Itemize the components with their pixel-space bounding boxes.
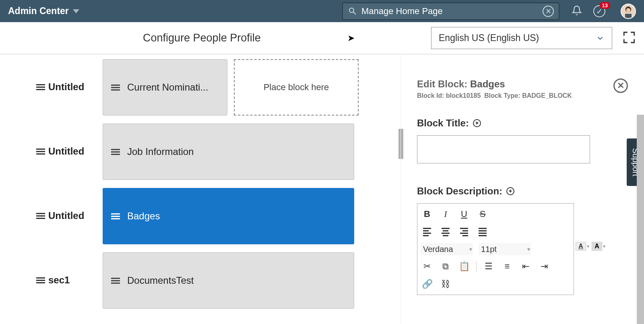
block-label: DocumentsTest: [127, 275, 194, 286]
align-left-button[interactable]: [421, 225, 433, 238]
globe-icon[interactable]: ✦: [473, 119, 481, 127]
profile-block[interactable]: Job Information: [103, 124, 354, 180]
close-panel-button[interactable]: ✕: [613, 78, 628, 93]
notification-badge: 13: [600, 2, 610, 9]
align-right-button[interactable]: [458, 225, 471, 238]
section-drag-handle[interactable]: Untitled: [36, 146, 103, 157]
block-type-value: BADGE_BLOCK: [522, 92, 572, 99]
font-size-select[interactable]: 11pt: [479, 243, 531, 255]
font-color-button[interactable]: A▾: [576, 242, 589, 251]
section-name: Untitled: [48, 146, 84, 157]
outdent-button[interactable]: ⇤: [519, 260, 532, 273]
blocks-container: DocumentsTest: [103, 252, 354, 309]
status-icon[interactable]: ✓ 13: [593, 5, 605, 17]
language-value: English US (English US): [439, 33, 539, 43]
svg-point-2: [626, 8, 631, 12]
brand-label: Admin Center: [8, 6, 69, 17]
link-button[interactable]: 🔗: [421, 278, 433, 291]
cut-button[interactable]: ✂: [421, 260, 433, 273]
section-drag-handle[interactable]: Untitled: [36, 210, 103, 221]
drag-icon: [111, 85, 120, 91]
main-area: UntitledCurrent Nominati...Place block h…: [0, 54, 644, 324]
sections-canvas: UntitledCurrent Nominati...Place block h…: [0, 54, 400, 324]
drag-icon: [36, 149, 45, 155]
edit-heading-label: Edit Block:: [417, 78, 467, 89]
svg-rect-3: [625, 14, 632, 18]
strikethrough-button[interactable]: S: [476, 208, 489, 221]
profile-block[interactable]: Current Nominati...: [103, 59, 227, 116]
bold-button[interactable]: B: [421, 208, 433, 221]
highlight-color-button[interactable]: A▾: [592, 242, 605, 251]
block-desc-label: Block Description: ✦: [417, 186, 628, 197]
search-container: ✕: [342, 2, 559, 20]
edit-panel: Edit Block: Badges Block Id: block10185 …: [400, 54, 644, 324]
separator: [476, 261, 477, 272]
block-title-label: Block Title: ✦: [417, 118, 628, 129]
search-input[interactable]: [361, 6, 543, 17]
drag-icon: [111, 278, 120, 284]
section-row: UntitledBadges: [0, 188, 400, 244]
edit-panel-header: Edit Block: Badges Block Id: block10185 …: [417, 78, 628, 99]
section-row: UntitledCurrent Nominati...Place block h…: [0, 59, 400, 116]
globe-icon[interactable]: ✦: [506, 187, 514, 195]
align-center-button[interactable]: [439, 225, 452, 238]
user-avatar[interactable]: [621, 4, 636, 19]
drag-icon: [36, 277, 45, 283]
block-label: Badges: [127, 210, 160, 222]
underline-button[interactable]: U: [458, 208, 471, 221]
numbered-list-button[interactable]: ≡: [501, 260, 514, 273]
section-drag-handle[interactable]: Untitled: [36, 81, 103, 93]
section-drag-handle[interactable]: sec1: [36, 274, 103, 286]
chevron-down-icon: [73, 9, 79, 13]
section-name: Untitled: [48, 210, 84, 221]
section-name: Untitled: [48, 81, 84, 93]
section-row: UntitledJob Information: [0, 124, 400, 180]
bell-icon[interactable]: [572, 5, 582, 17]
blocks-container: Job Information: [103, 124, 354, 180]
font-family-select[interactable]: Verdana: [421, 243, 473, 255]
section-row: sec1DocumentsTest: [0, 252, 400, 309]
brand-menu[interactable]: Admin Center: [8, 6, 79, 17]
blocks-container: Current Nominati...Place block here: [103, 59, 359, 116]
block-label: Current Nominati...: [127, 82, 208, 93]
block-id-label: Block Id:: [417, 92, 444, 99]
chevron-down-icon: [596, 34, 605, 43]
page-title: Configure People Profile: [143, 32, 261, 44]
unlink-button[interactable]: ⛓: [439, 278, 452, 291]
drag-icon: [111, 149, 120, 155]
block-type-label: Block Type:: [484, 92, 520, 99]
profile-block[interactable]: Badges: [103, 188, 354, 244]
block-placeholder[interactable]: Place block here: [234, 59, 359, 116]
indent-button[interactable]: ⇥: [538, 260, 551, 273]
drag-icon: [36, 84, 45, 90]
drag-icon: [111, 213, 120, 219]
blocks-container: Badges: [103, 188, 354, 244]
page-scrollbar[interactable]: [637, 115, 644, 324]
bullet-list-button[interactable]: ☰: [482, 260, 495, 273]
drag-icon: [36, 213, 45, 219]
block-label: Job Information: [127, 146, 194, 157]
copy-button[interactable]: ⧉: [439, 260, 452, 273]
block-id-value: block10185: [446, 92, 481, 99]
page-header: Configure People Profile ➤ English US (E…: [0, 22, 644, 54]
profile-block[interactable]: DocumentsTest: [103, 252, 354, 309]
rich-text-toolbar: B I U S Verdana 11pt ✂ ⧉ 📋 ☰ ≡: [417, 203, 574, 295]
top-icons: ✓ 13: [572, 4, 636, 19]
block-title-input[interactable]: [417, 135, 590, 163]
language-select[interactable]: English US (English US): [431, 27, 612, 49]
search-icon: [348, 6, 357, 16]
edit-heading-value: Badges: [470, 78, 505, 89]
section-name: sec1: [48, 274, 70, 286]
clear-search-button[interactable]: ✕: [543, 6, 554, 17]
fullscreen-button[interactable]: [622, 31, 636, 46]
italic-button[interactable]: I: [439, 208, 452, 221]
top-bar: Admin Center ✕ ✓ 13: [0, 0, 644, 22]
cursor-icon: ➤: [347, 33, 355, 43]
align-justify-button[interactable]: [476, 225, 489, 238]
paste-button[interactable]: 📋: [458, 260, 471, 273]
